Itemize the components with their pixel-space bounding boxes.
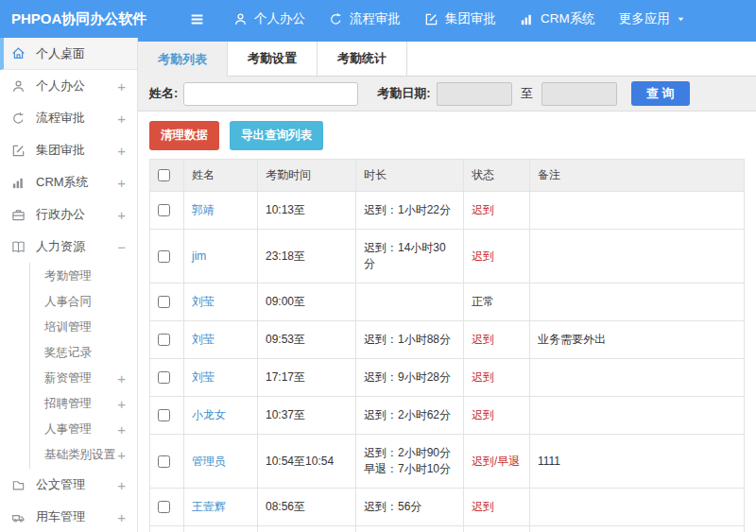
briefcase-icon xyxy=(11,208,27,222)
edit-icon xyxy=(424,12,438,26)
expand-toggle-icon[interactable]: + xyxy=(117,208,126,222)
tab-attendance-list[interactable]: 考勤列表 xyxy=(138,42,228,77)
sidebar-item-group-approval[interactable]: 集团审批+ xyxy=(0,134,137,166)
row-checkbox[interactable] xyxy=(158,334,170,346)
status-cell: 迟到 xyxy=(464,359,530,397)
employee-name-link[interactable]: 王壹辉 xyxy=(192,500,226,513)
sidebar-item-document-management[interactable]: 公文管理+ xyxy=(0,469,137,501)
expand-toggle-icon[interactable]: + xyxy=(117,79,126,94)
row-checkbox[interactable] xyxy=(158,409,170,421)
sidebar-subitem-basic-category-settings[interactable]: 基础类别设置+ xyxy=(30,442,137,468)
expand-toggle-icon[interactable]: + xyxy=(117,176,126,190)
status-cell: 迟到 xyxy=(464,192,530,230)
hamburger-menu-icon[interactable] xyxy=(189,11,205,27)
sidebar-subitem-reward-punishment-records[interactable]: 奖惩记录 xyxy=(30,340,137,366)
sidebar-item-crm-system[interactable]: CRM系统+ xyxy=(0,166,137,198)
employee-name-link[interactable]: 刘莹 xyxy=(192,295,215,308)
status-cell: 迟到 xyxy=(464,489,530,526)
nav-item-more-apps[interactable]: 更多应用 xyxy=(619,10,685,27)
row-checkbox[interactable] xyxy=(158,296,170,308)
duration-cell: 迟到：2小时62分 xyxy=(356,397,464,435)
employee-name-link[interactable]: 郭靖 xyxy=(192,203,215,216)
sidebar-subitem-training-management[interactable]: 培训管理 xyxy=(30,315,137,340)
nav-item-workflow-approval[interactable]: 流程审批 xyxy=(329,10,401,27)
status-cell-text: 迟到/早退 xyxy=(472,455,520,468)
tab-attendance-settings[interactable]: 考勤设置 xyxy=(228,42,318,76)
status-cell-text: 迟到 xyxy=(472,249,494,263)
expand-toggle-icon[interactable]: + xyxy=(117,510,126,524)
status-cell-text: 正常 xyxy=(472,295,494,308)
document-icon xyxy=(11,478,27,492)
sidebar-item-vehicle-management[interactable]: 用车管理+ xyxy=(0,501,137,532)
tab-attendance-statistics[interactable]: 考勤统计 xyxy=(318,42,407,76)
column-header-name: 姓名 xyxy=(184,160,258,192)
sidebar-subitem-recruitment-management[interactable]: 招聘管理+ xyxy=(30,391,137,417)
nav-item-personal-office[interactable]: 个人办公 xyxy=(233,10,305,27)
remark-cell xyxy=(530,526,745,532)
sidebar-item-label: 流程审批 xyxy=(36,110,85,127)
nav-item-label: 个人办公 xyxy=(254,10,305,27)
nav-item-label: 更多应用 xyxy=(619,10,670,27)
column-header-time: 考勤时间 xyxy=(258,160,356,192)
sidebar-item-admin-office[interactable]: 行政办公+ xyxy=(0,198,137,231)
sidebar-subitem-salary-management[interactable]: 薪资管理+ xyxy=(30,366,137,391)
expand-toggle-icon[interactable]: + xyxy=(117,397,126,411)
export-list-button[interactable]: 导出查询列表 xyxy=(230,121,323,150)
table-row: jim23:18至迟到：14小时30分迟到 xyxy=(150,230,745,283)
remark-cell xyxy=(530,230,745,283)
select-all-checkbox[interactable] xyxy=(158,169,170,181)
status-cell-text: 迟到 xyxy=(472,408,494,421)
expand-toggle-icon[interactable]: + xyxy=(117,371,126,386)
expand-toggle-icon[interactable]: + xyxy=(117,478,126,492)
sidebar-subitem-label: 培训管理 xyxy=(44,319,92,335)
row-checkbox[interactable] xyxy=(158,455,170,468)
expand-toggle-icon[interactable]: − xyxy=(117,240,126,254)
row-select-cell xyxy=(150,435,184,489)
employee-name-link[interactable]: 刘莹 xyxy=(192,333,215,346)
expand-toggle-icon[interactable]: + xyxy=(117,112,126,126)
status-cell-text: 迟到 xyxy=(472,333,494,346)
name-cell: 刘莹 xyxy=(184,283,258,321)
duration-cell: 迟到：14小时30分 xyxy=(356,230,464,283)
row-checkbox[interactable] xyxy=(158,501,170,513)
sidebar-subitem-attendance-management[interactable]: 考勤管理 xyxy=(30,264,137,289)
sidebar-subitem-hr-contract[interactable]: 人事合同 xyxy=(30,289,137,315)
row-checkbox[interactable] xyxy=(158,371,170,384)
attendance-time-cell: 10:54至10:54 xyxy=(258,435,356,489)
app-title[interactable]: PHPOA协同办公软件 xyxy=(0,10,138,28)
sidebar-item-personal-office[interactable]: 个人办公+ xyxy=(0,70,137,102)
attendance-time-cell-text: 10:13至 xyxy=(266,203,305,216)
table-row: 黄蓉13:20至13:20迟到：5小时33分 早退：4小时67分迟到/早退 xyxy=(150,526,745,532)
expand-toggle-icon[interactable]: + xyxy=(117,448,126,462)
attendance-time-cell: 10:13至 xyxy=(258,192,356,230)
expand-toggle-icon[interactable]: + xyxy=(117,422,126,437)
employee-name-link[interactable]: jim xyxy=(192,249,206,263)
nav-item-group-approval[interactable]: 集团审批 xyxy=(424,10,496,27)
employee-name-link[interactable]: 刘莹 xyxy=(192,370,215,384)
duration-cell-text: 迟到：2小时62分 xyxy=(364,408,451,421)
expand-toggle-icon[interactable]: + xyxy=(117,144,126,158)
sidebar-item-human-resources[interactable]: 人力资源− xyxy=(0,231,137,263)
row-checkbox[interactable] xyxy=(158,204,170,216)
sidebar-subitem-label: 人事管理 xyxy=(44,421,92,438)
sidebar-item-workflow-approval[interactable]: 流程审批+ xyxy=(0,102,137,134)
sidebar-subitem-label: 考勤管理 xyxy=(44,268,92,284)
clear-data-button[interactable]: 清理数据 xyxy=(149,121,219,150)
remark-cell xyxy=(530,397,745,435)
table-row: 刘莹17:17至迟到：9小时28分迟到 xyxy=(150,359,745,397)
status-cell: 迟到/早退 xyxy=(464,435,530,489)
sidebar-subitem-personnel-management[interactable]: 人事管理+ xyxy=(30,417,137,442)
remark-cell xyxy=(530,192,745,230)
nav-item-crm-system[interactable]: CRM系统 xyxy=(520,10,595,27)
search-button[interactable]: 查 询 xyxy=(631,81,690,106)
employee-name-link[interactable]: 管理员 xyxy=(192,455,226,468)
sidebar-subitem-label: 奖惩记录 xyxy=(44,345,92,361)
date-to-input[interactable] xyxy=(541,82,617,106)
employee-name-link[interactable]: 小龙女 xyxy=(192,408,226,421)
name-filter-input[interactable] xyxy=(183,82,358,106)
row-checkbox[interactable] xyxy=(158,250,170,263)
sidebar-item-personal-desktop[interactable]: 个人桌面 xyxy=(0,38,137,70)
status-cell: 迟到 xyxy=(464,397,530,435)
date-from-input[interactable] xyxy=(437,82,512,106)
name-filter-label: 姓名: xyxy=(149,85,178,102)
